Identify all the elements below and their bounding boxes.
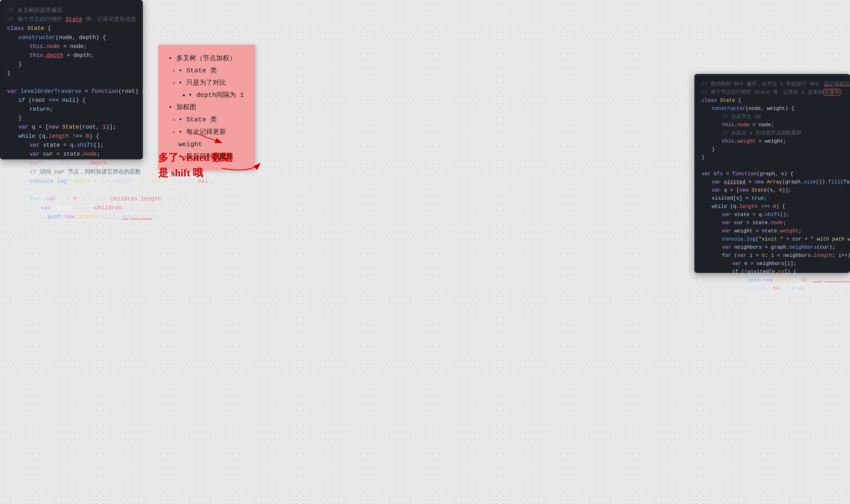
code-line: class State { [702,96,843,105]
code-line: var visited = new Array(graph.size()).fi… [702,178,843,186]
code-line: } [702,301,843,309]
code-line: var child = cur.children[i]; [7,203,136,213]
code-line: } [7,239,136,248]
code-line: // 每个节点自行维护 State 类，记录从 s 走来的权重和 [702,88,843,96]
code-line: var q = [new State(s, 0)]; [702,186,843,194]
code-line: while (q.length !== 0) { [7,132,136,141]
sticky-sub-item: 只是为了对比 [178,77,245,89]
code-line: if (root === null) { [7,96,136,105]
code-line: q.push(new State(child, depth + 1)); [7,213,136,221]
code-line: var levelOrderTraverse = function(root) … [7,87,136,96]
code-line [7,78,136,87]
code-line: for (var i = 0; i < cur.children.length;… [7,195,136,203]
code-line: var weight = state.weight; [702,227,843,235]
code-line: // 从起点 s 到当前节点的权重和 [702,129,843,137]
code-line: } [702,309,843,317]
sticky-list: 多叉树（节点加权） State 类 只是为了对比 depth间隔为 1 加权图 … [168,52,245,163]
code-line: return; [7,105,136,114]
sticky-sub-item: 每次记得更新 weight [178,126,245,150]
right-code-panel: // 图结构的 BFS 遍历，从节点 s 开始进行 BFS，且记录路径的权重和 … [694,74,850,273]
sticky-sub-item: State 类 [178,65,245,77]
sticky-sub-item: depth间隔为 1 [188,89,245,101]
code-line: } [702,154,843,162]
code-line: while (q.length !== 0) { [702,202,843,211]
code-line: } [7,69,136,78]
code-line [7,186,136,195]
code-line: for (var i = 0; i < neighbors.length; i+… [702,251,843,260]
code-line: } [7,231,136,239]
code-line: } [7,60,136,69]
code-line: var cur = state.node; [702,219,843,227]
code-line: // 当前节点 ID [702,113,843,121]
code-line: this.weight = weight; [702,137,843,145]
left-code-panel: // 多叉树的层序遍历 // 每个节点自行维护 State 类，记录深度等信息 … [0,0,143,159]
code-line: } [702,292,843,301]
sticky-item: 多叉树（节点加权） [168,52,245,65]
code-line: var depth = state.depth; [7,159,136,167]
code-line: visited[e.to] = true; [702,284,843,292]
code-line: var q = [new State(root, 1)]; [7,123,136,132]
sticky-item: 加权图 [168,101,245,113]
annotation-visited: 多了 visited 数组 [158,150,232,164]
code-line: visited[s] = true; [702,194,843,202]
code-line: q.push(new State(e.to, weight + e.weight… [702,276,843,284]
sticky-sub-item: State 类 [178,113,245,126]
code-line: if (!visited[e.to]) { [702,268,843,276]
code-line: class State { [7,24,136,33]
code-line: console.log("visit " + cur + " with path… [702,235,843,243]
code-line: // 访问 cur 节点，同时知道它所在的层数 [7,167,136,177]
code-line: // 图结构的 BFS 遍历，从节点 s 开始进行 BFS，且记录路径的权重和 [702,80,843,88]
code-line: constructor(node, depth) { [7,33,136,42]
code-line: var cur = state.node; [7,150,136,159]
code-line: } [702,145,843,154]
code-line: var neighbors = graph.neighbors(cur); [702,243,843,251]
code-line: var bfs = function(graph, s) { [702,170,843,178]
code-line: this.node = node; [7,42,136,51]
code-line: this.depth = depth; [7,51,136,60]
code-line: // 每个节点自行维护 State 类，记录深度等信息 [7,15,136,24]
code-line: } [7,114,136,123]
code-line: this.node = node; [702,121,843,129]
code-line [702,162,843,170]
code-line: } [702,317,843,325]
code-line: console.log("depth = " + depth + ", val … [7,177,136,186]
annotation-shift: 是 shift 哦 [158,166,203,180]
code-line: var state = q.shift(); [702,211,843,219]
code-line: var state = q.shift(); [7,141,136,150]
code-line: var e = neighbors[i]; [702,260,843,268]
code-line: // 多叉树的层序遍历 [7,6,136,15]
code-line: constructor(node, weight) { [702,105,843,113]
code-line: } [7,222,136,231]
